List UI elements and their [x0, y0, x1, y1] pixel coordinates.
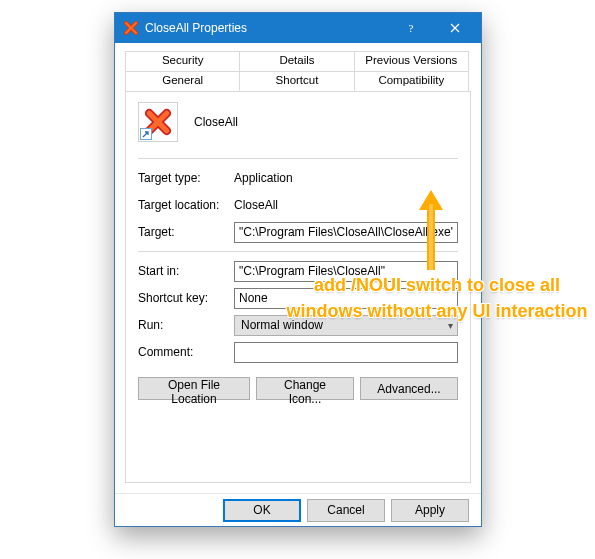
cancel-button[interactable]: Cancel	[307, 499, 385, 522]
app-icon	[123, 20, 139, 36]
label-target-type: Target type:	[138, 171, 234, 185]
window-title: CloseAll Properties	[145, 21, 389, 35]
tab-strip: Security Details Previous Versions Gener…	[125, 51, 471, 91]
label-run: Run:	[138, 318, 234, 332]
tab-panel: CloseAll Target type: Application Target…	[125, 91, 471, 483]
target-input[interactable]	[234, 222, 458, 243]
chevron-down-icon: ▾	[448, 320, 453, 331]
properties-window: CloseAll Properties ? Security Details P…	[114, 12, 482, 527]
shortcut-key-input[interactable]	[234, 288, 458, 309]
label-comment: Comment:	[138, 345, 234, 359]
close-button[interactable]	[433, 13, 477, 43]
titlebar: CloseAll Properties ?	[115, 13, 481, 43]
tab-compatibility[interactable]: Compatibility	[354, 71, 469, 91]
ok-button[interactable]: OK	[223, 499, 301, 522]
label-target: Target:	[138, 225, 234, 239]
value-target-location: CloseAll	[234, 198, 278, 212]
label-start-in: Start in:	[138, 264, 234, 278]
dialog-footer: OK Cancel Apply	[115, 493, 481, 526]
label-shortcut-key: Shortcut key:	[138, 291, 234, 305]
apply-button[interactable]: Apply	[391, 499, 469, 522]
tab-general[interactable]: General	[125, 71, 240, 91]
tab-previous-versions[interactable]: Previous Versions	[354, 51, 469, 71]
start-in-input[interactable]	[234, 261, 458, 282]
help-button[interactable]: ?	[389, 13, 433, 43]
client-area: Security Details Previous Versions Gener…	[115, 43, 481, 493]
divider	[138, 158, 458, 159]
tab-shortcut[interactable]: Shortcut	[239, 71, 354, 91]
shortcut-name: CloseAll	[194, 115, 238, 129]
comment-input[interactable]	[234, 342, 458, 363]
shortcut-large-icon	[138, 102, 178, 142]
value-target-type: Application	[234, 171, 293, 185]
label-target-location: Target location:	[138, 198, 234, 212]
tab-security[interactable]: Security	[125, 51, 240, 71]
divider	[138, 251, 458, 252]
shortcut-overlay-icon	[140, 128, 152, 140]
tab-details[interactable]: Details	[239, 51, 354, 71]
change-icon-button[interactable]: Change Icon...	[256, 377, 354, 400]
advanced-button[interactable]: Advanced...	[360, 377, 458, 400]
run-select-value: Normal window	[241, 318, 323, 332]
svg-text:?: ?	[409, 22, 414, 34]
open-file-location-button[interactable]: Open File Location	[138, 377, 250, 400]
run-select[interactable]: Normal window ▾	[234, 315, 458, 336]
